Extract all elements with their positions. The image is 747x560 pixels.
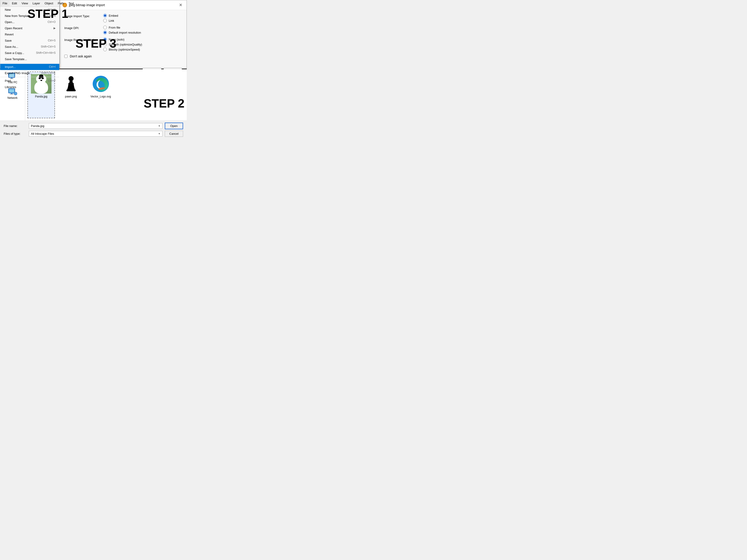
menu-item-open-recent[interactable]: Open Recent ▶	[0, 25, 59, 31]
none-auto-radio[interactable]	[103, 37, 107, 41]
network-label: Network	[7, 96, 18, 100]
rendering-mode-label: Image Rendering Mode:	[64, 37, 103, 42]
menu-item-save-template[interactable]: Save Template...	[0, 56, 59, 62]
dont-ask-checkbox[interactable]	[64, 55, 68, 58]
file-item-pawn[interactable]: pawn.png	[57, 72, 85, 118]
from-file-radio[interactable]	[103, 26, 107, 29]
embed-radio-item[interactable]: Embed	[103, 14, 118, 18]
menu-item-libraries[interactable]: Libraries	[0, 84, 59, 90]
rendering-mode-row: Image Rendering Mode: None (auto) Smooth…	[64, 37, 182, 51]
file-item-vector-logo[interactable]: Vector_Logo.svg	[87, 72, 114, 118]
none-auto-radio-item[interactable]: None (auto)	[103, 37, 142, 41]
dont-ask-row: Don't ask again	[64, 54, 182, 58]
rendering-radio-group: None (auto) Smooth (optimizeQuality) Blo…	[103, 37, 142, 51]
image-import-type-label: Image Import Type:	[64, 14, 103, 18]
svg-rect-9	[10, 94, 14, 95]
svg-rect-8	[11, 93, 12, 94]
menu-bar-view[interactable]: View	[19, 1, 30, 6]
dialog-body: Image Import Type: Embed Link Image DPI:	[60, 10, 186, 65]
import-type-radio-group: Embed Link	[103, 14, 118, 22]
image-dpi-row: Image DPI: From file Default import reso…	[64, 26, 182, 34]
menu-item-revert[interactable]: Revert	[0, 31, 59, 37]
image-import-type-row: Image Import Type: Embed Link	[64, 14, 182, 22]
open-button[interactable]: Open	[165, 123, 183, 129]
edge-logo-thumbnail	[91, 74, 111, 94]
link-radio[interactable]	[103, 19, 107, 22]
menu-bar-path[interactable]: Path	[55, 1, 66, 6]
smooth-radio-item[interactable]: Smooth (optimizeQuality)	[103, 43, 142, 46]
menu-separator	[0, 63, 59, 63]
menu-bar-text[interactable]: Text	[66, 1, 76, 6]
file-name-input[interactable]: Panda.jpg ▼	[29, 123, 162, 129]
edge-logo-icon	[92, 75, 109, 92]
default-resolution-radio[interactable]	[103, 31, 107, 34]
dialog-titlebar: jpeg bitmap image import ✕	[60, 0, 186, 10]
menu-bar: File Edit View Layer Object Path Text	[0, 0, 59, 7]
files-of-type-label: Files of type:	[4, 132, 27, 135]
menu-bar-edit[interactable]: Edit	[9, 1, 19, 6]
menu-item-save-copy[interactable]: Save a Copy... Shift+Ctrl+Alt+S	[0, 50, 59, 56]
menu-item-export-png[interactable]: Export PNG Image... Shift+Ctrl+E	[0, 70, 59, 76]
bottom-bar: File name: Panda.jpg ▼ Open Files of typ…	[0, 121, 187, 140]
import-dialog: jpeg bitmap image import ✕ Image Import …	[59, 0, 187, 69]
files-of-type-input[interactable]: All Inkscape Files ▼	[29, 131, 162, 137]
menu-item-new[interactable]: New Ctrl+N	[0, 7, 59, 13]
default-resolution-radio-item[interactable]: Default import resolution	[103, 31, 141, 34]
menu-item-open[interactable]: Open... Ctrl+O	[0, 19, 59, 25]
panda-filename: Panda.jpg	[35, 95, 47, 98]
smooth-radio[interactable]	[103, 43, 107, 46]
filename-dropdown-arrow[interactable]: ▼	[158, 125, 160, 127]
embed-radio[interactable]	[103, 14, 107, 18]
menu-item-save[interactable]: Save Ctrl+S	[0, 37, 59, 44]
blocky-radio[interactable]	[103, 48, 107, 51]
pawn-thumbnail	[61, 74, 81, 94]
pawn-icon	[65, 75, 77, 93]
menu-bar-file[interactable]: File	[0, 1, 9, 6]
blocky-radio-item[interactable]: Blocky (optimizeSpeed)	[103, 48, 142, 51]
svg-rect-15	[69, 81, 73, 83]
menu-item-save-as[interactable]: Save As... Shift+Ctrl+S	[0, 44, 59, 50]
image-dpi-label: Image DPI:	[64, 26, 103, 30]
filetype-row: Files of type: All Inkscape Files ▼ Canc…	[4, 131, 183, 137]
from-file-radio-item[interactable]: From file	[103, 26, 141, 29]
svg-rect-16	[67, 90, 76, 91]
cancel-button-col: Cancel	[165, 131, 183, 137]
dialog-close-button[interactable]: ✕	[178, 2, 184, 8]
menu-item-import[interactable]: Import... Ctrl+I	[0, 64, 59, 70]
link-radio-item[interactable]: Link	[103, 19, 118, 22]
pawn-filename: pawn.png	[65, 95, 77, 98]
filename-row: File name: Panda.jpg ▼ Open	[4, 123, 183, 129]
file-name-label: File name:	[4, 124, 27, 128]
filetype-dropdown-arrow[interactable]: ▼	[158, 132, 160, 135]
file-menu: File Edit View Layer Object Path Text Ne…	[0, 0, 59, 69]
menu-item-new-from-template[interactable]: New from Template... Ctrl+Alt+N	[0, 13, 59, 19]
menu-bar-object[interactable]: Object	[42, 1, 56, 6]
menu-bar-layer[interactable]: Layer	[30, 1, 42, 6]
dont-ask-label: Don't ask again	[70, 54, 92, 58]
dpi-radio-group: From file Default import resolution	[103, 26, 141, 34]
vector-logo-filename: Vector_Logo.svg	[91, 95, 111, 98]
cancel-button-bottom[interactable]: Cancel	[165, 131, 183, 137]
menu-item-print[interactable]: Print... Ctrl+P	[0, 78, 59, 84]
action-buttons: Open	[165, 123, 183, 129]
svg-point-14	[69, 76, 74, 81]
